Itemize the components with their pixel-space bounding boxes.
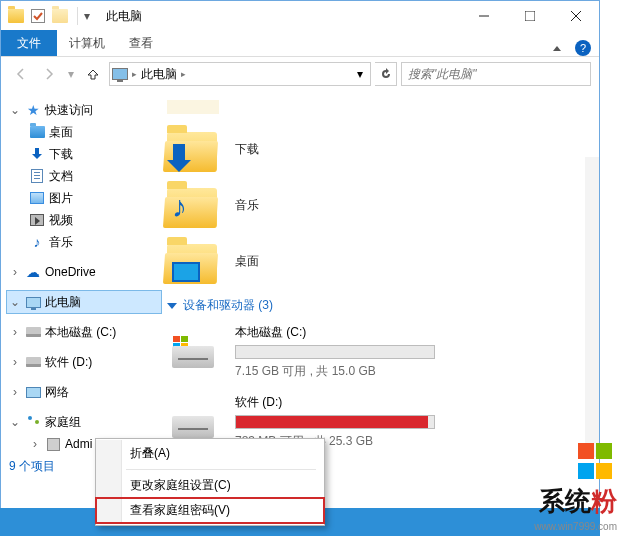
chevron-right-icon[interactable]: ▸ [181, 69, 186, 79]
nav-back-button[interactable] [9, 62, 33, 86]
minimize-button[interactable] [461, 1, 507, 31]
drive-subtext: 7.15 GB 可用 , 共 15.0 GB [235, 363, 435, 380]
qat-dropdown-icon[interactable]: ▾ [84, 9, 94, 23]
ribbon-collapse-icon[interactable] [553, 46, 561, 51]
tree-quick-access[interactable]: ⌄ ★ 快速访问 [7, 99, 161, 121]
star-icon: ★ [25, 102, 41, 118]
list-item-music[interactable]: ♪ 音乐 [167, 177, 591, 233]
watermark: 系统 粉 www.win7999.com [534, 442, 617, 532]
monitor-icon [172, 262, 200, 282]
watermark-text: 系统 [539, 484, 591, 519]
section-label: 设备和驱动器 (3) [183, 297, 273, 314]
tree-label: 音乐 [49, 234, 73, 251]
chevron-right-icon[interactable]: ▸ [132, 69, 137, 79]
search-box[interactable] [401, 62, 591, 86]
app-folder-icon [5, 5, 27, 27]
chevron-right-icon[interactable]: › [9, 355, 21, 369]
menu-item-collapse[interactable]: 折叠(A) [96, 441, 324, 466]
list-item-desktop[interactable]: 桌面 [167, 233, 591, 289]
tab-view[interactable]: 查看 [117, 30, 165, 56]
titlebar: ▾ 此电脑 [1, 1, 599, 31]
tree-label: 视频 [49, 212, 73, 229]
folder-icon [167, 238, 219, 284]
close-button[interactable] [553, 1, 599, 31]
tree-videos[interactable]: 视频 [7, 209, 161, 231]
address-history-dropdown[interactable]: ▾ [352, 67, 368, 81]
menu-item-change-settings[interactable]: 更改家庭组设置(C) [96, 473, 324, 498]
watermark-url: www.win7999.com [534, 521, 617, 532]
chevron-right-icon[interactable]: › [29, 437, 41, 451]
documents-icon [29, 168, 45, 184]
svg-rect-1 [525, 11, 535, 21]
music-icon: ♪ [172, 190, 187, 224]
ribbon-tabs: 文件 计算机 查看 ? [1, 31, 599, 57]
drive-icon [167, 402, 219, 442]
chevron-down-icon[interactable]: ⌄ [9, 415, 21, 429]
tree-network[interactable]: › 网络 [7, 381, 161, 403]
search-input[interactable] [408, 67, 584, 81]
section-header-devices[interactable]: 设备和驱动器 (3) [167, 297, 591, 314]
tab-computer[interactable]: 计算机 [57, 30, 117, 56]
items-count-label: 9 个项目 [9, 458, 55, 475]
folder-icon [167, 126, 219, 172]
item-label: 音乐 [235, 197, 259, 214]
list-item-drive-c[interactable]: 本地磁盘 (C:) 7.15 GB 可用 , 共 15.0 GB [167, 324, 591, 380]
tree-label: 快速访问 [45, 102, 93, 119]
tab-file[interactable]: 文件 [1, 30, 57, 56]
menu-item-view-password[interactable]: 查看家庭组密码(V) [96, 498, 324, 523]
scrollbar[interactable] [585, 157, 599, 457]
homegroup-icon [25, 414, 41, 430]
maximize-button[interactable] [507, 1, 553, 31]
list-item[interactable] [167, 97, 591, 117]
help-icon[interactable]: ? [575, 40, 591, 56]
tree-label: Admi [65, 437, 92, 451]
list-item-downloads[interactable]: 下载 [167, 121, 591, 177]
tree-label: 网络 [45, 384, 69, 401]
qat-newfolder-icon[interactable] [49, 5, 71, 27]
capacity-bar [235, 345, 435, 359]
chevron-down-icon[interactable]: ⌄ [9, 103, 21, 117]
downloads-icon [29, 146, 45, 162]
drive-icon [167, 332, 219, 372]
tree-drive-c[interactable]: › 本地磁盘 (C:) [7, 321, 161, 343]
tree-onedrive[interactable]: › ☁ OneDrive [7, 261, 161, 283]
drive-icon [25, 354, 41, 370]
user-icon [45, 436, 61, 452]
drive-icon [25, 324, 41, 340]
nav-forward-button[interactable] [37, 62, 61, 86]
qat-separator [77, 7, 78, 25]
chevron-right-icon[interactable]: › [9, 325, 21, 339]
tree-pictures[interactable]: 图片 [7, 187, 161, 209]
pictures-icon [29, 190, 45, 206]
item-label: 下载 [235, 141, 259, 158]
network-icon [25, 384, 41, 400]
address-row: ▾ ▸ 此电脑 ▸ ▾ [1, 57, 599, 91]
tree-documents[interactable]: 文档 [7, 165, 161, 187]
tree-label: 此电脑 [45, 294, 81, 311]
tree-homegroup[interactable]: ⌄ 家庭组 [7, 411, 161, 433]
tree-label: OneDrive [45, 265, 96, 279]
refresh-button[interactable] [375, 62, 397, 86]
address-bar[interactable]: ▸ 此电脑 ▸ ▾ [109, 62, 371, 86]
chevron-right-icon[interactable]: › [9, 385, 21, 399]
watermark-accent: 粉 [591, 484, 617, 519]
chevron-right-icon[interactable]: › [9, 265, 21, 279]
breadcrumb-root[interactable]: 此电脑 [141, 66, 177, 83]
tree-drive-d[interactable]: › 软件 (D:) [7, 351, 161, 373]
tree-label: 软件 (D:) [45, 354, 92, 371]
windows-logo-icon [577, 442, 617, 482]
chevron-down-icon [167, 303, 177, 309]
cloud-icon: ☁ [25, 264, 41, 280]
tree-this-pc[interactable]: ⌄ 此电脑 [7, 291, 161, 313]
chevron-down-icon[interactable]: ⌄ [9, 295, 21, 309]
tree-music[interactable]: ♪ 音乐 [7, 231, 161, 253]
context-menu: 折叠(A) 更改家庭组设置(C) 查看家庭组密码(V) [95, 438, 325, 526]
qat-properties-icon[interactable] [31, 9, 45, 23]
nav-up-button[interactable] [81, 62, 105, 86]
nav-recent-dropdown[interactable]: ▾ [65, 62, 77, 86]
tree-downloads[interactable]: 下载 [7, 143, 161, 165]
capacity-bar [235, 415, 435, 429]
tree-label: 图片 [49, 190, 73, 207]
tree-desktop[interactable]: 桌面 [7, 121, 161, 143]
drive-label: 软件 (D:) [235, 394, 435, 411]
